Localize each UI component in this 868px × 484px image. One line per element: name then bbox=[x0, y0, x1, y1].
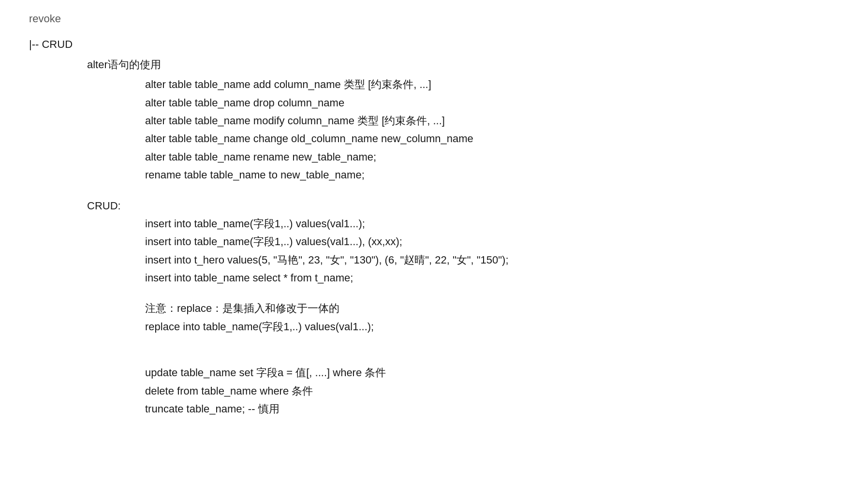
update-line: update table_name set 字段a = 值[, ....] wh… bbox=[145, 364, 839, 381]
alter-line-3: alter table table_name modify column_nam… bbox=[145, 112, 839, 130]
alter-line-6: rename table table_name to new_table_nam… bbox=[145, 166, 839, 184]
insert-line-4: insert into table_name select * from t_n… bbox=[145, 269, 839, 287]
insert-line-2: insert into table_name(字段1,..) values(va… bbox=[145, 233, 839, 250]
alter-line-5: alter table table_name rename new_table_… bbox=[145, 148, 839, 166]
note-line-1: 注意：replace：是集插入和修改于一体的 bbox=[145, 299, 839, 317]
alter-section-title: alter语句的使用 bbox=[87, 56, 839, 73]
note-line-2: replace into table_name(字段1,..) values(v… bbox=[145, 318, 839, 336]
crud-section-title: CRUD: bbox=[87, 197, 839, 215]
pipe-crud-label: |-- CRUD bbox=[29, 35, 73, 53]
alter-line-2: alter table table_name drop column_name bbox=[145, 94, 839, 112]
alter-line-1: alter table table_name add column_name 类… bbox=[145, 75, 839, 93]
delete-line: delete from table_name where 条件 bbox=[145, 382, 839, 400]
top-revoke-text: revoke bbox=[29, 10, 839, 28]
alter-line-4: alter table table_name change old_column… bbox=[145, 130, 839, 147]
insert-line-3: insert into t_hero values(5, "马艳", 23, "… bbox=[145, 251, 839, 269]
truncate-line: truncate table_name; -- 慎用 bbox=[145, 400, 839, 418]
insert-line-1: insert into table_name(字段1,..) values(va… bbox=[145, 215, 839, 233]
